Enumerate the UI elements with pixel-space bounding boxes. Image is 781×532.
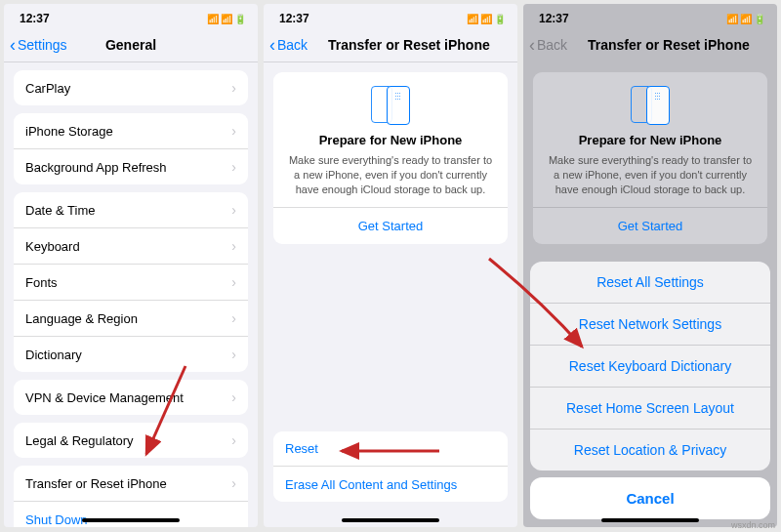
row-label: Dictionary	[25, 348, 82, 362]
reset-location-privacy[interactable]: Reset Location & Privacy	[530, 430, 770, 471]
row-dictionary[interactable]: Dictionary›	[14, 337, 248, 372]
reset-all-settings[interactable]: Reset All Settings	[530, 262, 770, 304]
reset-button[interactable]: Reset	[273, 431, 508, 467]
chevron-left-icon: ‹	[10, 36, 16, 54]
row-keyboard[interactable]: Keyboard›	[14, 228, 248, 265]
reset-home-screen-layout[interactable]: Reset Home Screen Layout	[530, 388, 770, 430]
row-label: Keyboard	[25, 239, 80, 254]
row-label: iPhone Storage	[25, 124, 113, 139]
chevron-right-icon: ›	[231, 274, 236, 290]
status-bar: 12:37 📶📶🔋	[264, 4, 517, 27]
settings-scroll[interactable]: CarPlay› iPhone Storage› Background App …	[4, 62, 258, 527]
chevron-right-icon: ›	[231, 202, 236, 218]
erase-all-button[interactable]: Erase All Content and Settings	[273, 467, 508, 502]
reset-network-settings[interactable]: Reset Network Settings	[530, 304, 770, 346]
row-label: Language & Region	[25, 311, 138, 326]
status-bar: 12:37 📶📶🔋	[523, 4, 777, 27]
row-label: Erase All Content and Settings	[285, 477, 457, 492]
row-label: CarPlay	[25, 81, 70, 96]
row-legal-regulatory[interactable]: Legal & Regulatory›	[14, 423, 248, 458]
row-date-time[interactable]: Date & Time›	[14, 192, 248, 228]
back-label: Back	[277, 37, 308, 53]
row-vpn-device-management[interactable]: VPN & Device Management›	[14, 380, 248, 415]
home-indicator[interactable]	[601, 518, 699, 522]
status-time: 12:37	[279, 12, 309, 25]
chevron-right-icon: ›	[231, 159, 236, 175]
row-label: Shut Down	[25, 512, 88, 527]
status-icons: 📶📶🔋	[205, 12, 246, 25]
chevron-right-icon: ›	[231, 432, 236, 448]
card-body: Make sure everything's ready to transfer…	[285, 153, 496, 197]
row-label: Date & Time	[25, 203, 96, 218]
home-indicator[interactable]	[82, 518, 180, 522]
row-shut-down[interactable]: Shut Down	[14, 502, 248, 527]
home-indicator[interactable]	[342, 518, 439, 522]
row-carplay[interactable]: CarPlay›	[14, 70, 248, 105]
row-label: Fonts	[25, 275, 58, 290]
back-label: Back	[537, 37, 567, 53]
nav-bar: ‹ Settings General	[4, 27, 258, 62]
prepare-card: ••••••••• Prepare for New iPhone Make su…	[533, 72, 767, 244]
chevron-right-icon: ›	[231, 80, 236, 96]
card-heading: Prepare for New iPhone	[285, 133, 496, 147]
devices-icon: •••••••••	[285, 86, 496, 125]
back-label: Settings	[18, 37, 67, 53]
back-button[interactable]: ‹ Settings	[10, 36, 67, 54]
status-bar: 12:37 📶📶🔋	[4, 4, 258, 27]
back-button[interactable]: ‹ Back	[269, 36, 308, 54]
nav-bar: ‹ Back Transfer or Reset iPhone	[264, 27, 517, 62]
row-language-region[interactable]: Language & Region›	[14, 301, 248, 337]
chevron-right-icon: ›	[231, 347, 236, 362]
row-label: VPN & Device Management	[25, 390, 184, 405]
chevron-right-icon: ›	[231, 475, 236, 491]
watermark: wsxdn.com	[731, 520, 775, 530]
card-heading: Prepare for New iPhone	[545, 133, 756, 147]
get-started-button: Get Started	[533, 207, 767, 244]
row-label: Reset	[285, 441, 318, 456]
status-time: 12:37	[539, 12, 569, 25]
prepare-card: ••••••••• Prepare for New iPhone Make su…	[273, 72, 508, 244]
row-iphone-storage[interactable]: iPhone Storage›	[14, 113, 248, 149]
row-label: Background App Refresh	[25, 160, 167, 175]
screen-transfer-reset: 12:37 📶📶🔋 ‹ Back Transfer or Reset iPhon…	[264, 4, 517, 527]
card-body: Make sure everything's ready to transfer…	[545, 153, 756, 197]
chevron-right-icon: ›	[231, 238, 236, 254]
chevron-right-icon: ›	[231, 310, 236, 326]
reset-keyboard-dictionary[interactable]: Reset Keyboard Dictionary	[530, 346, 770, 388]
chevron-right-icon: ›	[231, 389, 236, 405]
status-icons: 📶📶🔋	[724, 12, 765, 25]
row-label: Legal & Regulatory	[25, 433, 134, 448]
row-transfer-reset[interactable]: Transfer or Reset iPhone›	[14, 466, 248, 502]
cancel-button[interactable]: Cancel	[530, 477, 770, 519]
back-button: ‹ Back	[529, 36, 567, 54]
chevron-right-icon: ›	[231, 123, 236, 139]
row-background-app-refresh[interactable]: Background App Refresh›	[14, 149, 248, 184]
chevron-left-icon: ‹	[269, 36, 275, 54]
row-fonts[interactable]: Fonts›	[14, 265, 248, 301]
get-started-button[interactable]: Get Started	[273, 207, 508, 244]
nav-bar: ‹ Back Transfer or Reset iPhone	[523, 27, 777, 62]
devices-icon: •••••••••	[545, 86, 756, 125]
row-label: Transfer or Reset iPhone	[25, 476, 167, 491]
screen-reset-sheet: 12:37 📶📶🔋 ‹ Back Transfer or Reset iPhon…	[523, 4, 777, 527]
status-time: 12:37	[20, 12, 50, 25]
sheet-options: Reset All Settings Reset Network Setting…	[530, 262, 770, 471]
screen-general: 12:37 📶📶🔋 ‹ Settings General CarPlay› iP…	[4, 4, 258, 527]
content-area: ••••••••• Prepare for New iPhone Make su…	[264, 62, 517, 527]
action-sheet: Reset All Settings Reset Network Setting…	[530, 262, 770, 519]
status-icons: 📶📶🔋	[465, 12, 506, 25]
chevron-left-icon: ‹	[529, 36, 535, 54]
